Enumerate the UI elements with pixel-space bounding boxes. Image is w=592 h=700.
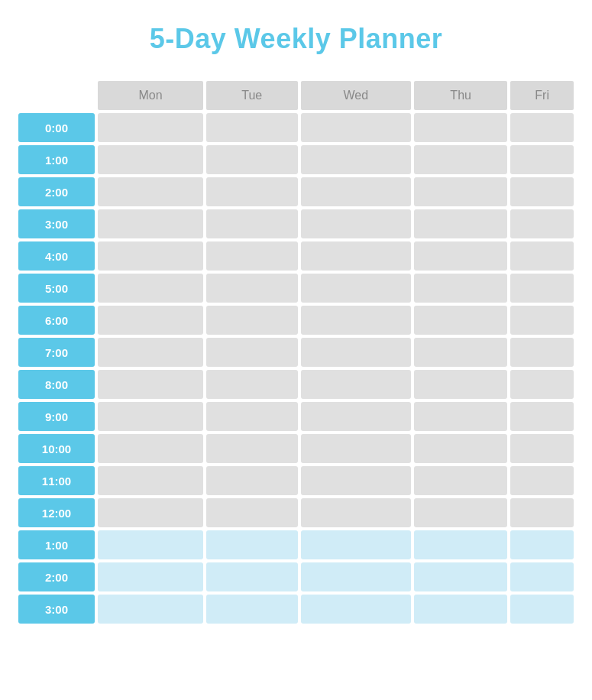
cell-row7-col4[interactable] xyxy=(510,338,574,367)
cell-row10-col3[interactable] xyxy=(414,434,507,463)
cell-row0-col2[interactable] xyxy=(301,113,412,142)
cell-row1-col1[interactable] xyxy=(206,145,298,174)
cell-row12-col1[interactable] xyxy=(206,498,298,527)
cell-row11-col1[interactable] xyxy=(206,466,298,495)
cell-row7-col3[interactable] xyxy=(414,338,507,367)
time-row: 9:00 xyxy=(18,402,574,431)
cell-row5-col1[interactable] xyxy=(206,274,298,303)
cell-row3-col4[interactable] xyxy=(510,209,574,238)
cell-row2-col2[interactable] xyxy=(301,177,412,206)
cell-row7-col2[interactable] xyxy=(301,338,412,367)
planner-table: MonTueWedThuFri 0:001:002:003:004:005:00… xyxy=(15,78,577,627)
cell-row9-col2[interactable] xyxy=(301,402,412,431)
cell-row3-col1[interactable] xyxy=(206,209,298,238)
cell-row13-col4[interactable] xyxy=(510,530,574,559)
cell-row11-col2[interactable] xyxy=(301,466,412,495)
cell-row2-col4[interactable] xyxy=(510,177,574,206)
cell-row12-col4[interactable] xyxy=(510,498,574,527)
cell-row14-col0[interactable] xyxy=(98,562,203,591)
cell-row3-col3[interactable] xyxy=(414,209,507,238)
cell-row10-col0[interactable] xyxy=(98,434,203,463)
cell-row0-col4[interactable] xyxy=(510,113,574,142)
time-label-11: 11:00 xyxy=(18,466,95,495)
cell-row15-col4[interactable] xyxy=(510,595,574,624)
cell-row2-col0[interactable] xyxy=(98,177,203,206)
cell-row4-col3[interactable] xyxy=(414,241,507,271)
cell-row13-col3[interactable] xyxy=(414,530,507,559)
cell-row8-col3[interactable] xyxy=(414,370,507,399)
time-label-7: 7:00 xyxy=(18,338,95,367)
cell-row12-col3[interactable] xyxy=(414,498,507,527)
cell-row12-col0[interactable] xyxy=(98,498,203,527)
cell-row5-col4[interactable] xyxy=(510,274,574,303)
time-label-3: 3:00 xyxy=(18,209,95,238)
cell-row6-col2[interactable] xyxy=(301,306,412,335)
cell-row14-col1[interactable] xyxy=(206,562,298,591)
cell-row11-col4[interactable] xyxy=(510,466,574,495)
cell-row1-col2[interactable] xyxy=(301,145,412,174)
cell-row5-col2[interactable] xyxy=(301,274,412,303)
cell-row6-col3[interactable] xyxy=(414,306,507,335)
cell-row15-col2[interactable] xyxy=(301,595,412,624)
cell-row3-col0[interactable] xyxy=(98,209,203,238)
cell-row10-col2[interactable] xyxy=(301,434,412,463)
cell-row8-col4[interactable] xyxy=(510,370,574,399)
cell-row13-col0[interactable] xyxy=(98,530,203,559)
cell-row9-col0[interactable] xyxy=(98,402,203,431)
time-row: 7:00 xyxy=(18,338,574,367)
cell-row14-col2[interactable] xyxy=(301,562,412,591)
cell-row4-col4[interactable] xyxy=(510,241,574,271)
cell-row2-col3[interactable] xyxy=(414,177,507,206)
cell-row14-col3[interactable] xyxy=(414,562,507,591)
time-row: 11:00 xyxy=(18,466,574,495)
cell-row8-col2[interactable] xyxy=(301,370,412,399)
day-header-thu: Thu xyxy=(414,81,507,110)
cell-row5-col0[interactable] xyxy=(98,274,203,303)
cell-row15-col3[interactable] xyxy=(414,595,507,624)
cell-row11-col0[interactable] xyxy=(98,466,203,495)
time-row: 6:00 xyxy=(18,306,574,335)
day-header-wed: Wed xyxy=(301,81,412,110)
cell-row8-col1[interactable] xyxy=(206,370,298,399)
cell-row13-col2[interactable] xyxy=(301,530,412,559)
cell-row6-col0[interactable] xyxy=(98,306,203,335)
time-row: 4:00 xyxy=(18,241,574,271)
time-header xyxy=(18,81,95,110)
cell-row1-col3[interactable] xyxy=(414,145,507,174)
cell-row0-col0[interactable] xyxy=(98,113,203,142)
cell-row10-col4[interactable] xyxy=(510,434,574,463)
cell-row0-col3[interactable] xyxy=(414,113,507,142)
cell-row12-col2[interactable] xyxy=(301,498,412,527)
cell-row1-col4[interactable] xyxy=(510,145,574,174)
cell-row9-col4[interactable] xyxy=(510,402,574,431)
cell-row8-col0[interactable] xyxy=(98,370,203,399)
cell-row6-col1[interactable] xyxy=(206,306,298,335)
cell-row0-col1[interactable] xyxy=(206,113,298,142)
time-row: 2:00 xyxy=(18,177,574,206)
cell-row7-col0[interactable] xyxy=(98,338,203,367)
cell-row10-col1[interactable] xyxy=(206,434,298,463)
time-label-2: 2:00 xyxy=(18,177,95,206)
cell-row7-col1[interactable] xyxy=(206,338,298,367)
page-container: 5-Day Weekly Planner MonTueWedThuFri 0:0… xyxy=(0,0,592,650)
time-label-5: 5:00 xyxy=(18,274,95,303)
cell-row15-col0[interactable] xyxy=(98,595,203,624)
time-label-4: 4:00 xyxy=(18,241,95,271)
cell-row11-col3[interactable] xyxy=(414,466,507,495)
cell-row14-col4[interactable] xyxy=(510,562,574,591)
cell-row9-col3[interactable] xyxy=(414,402,507,431)
cell-row13-col1[interactable] xyxy=(206,530,298,559)
cell-row1-col0[interactable] xyxy=(98,145,203,174)
cell-row4-col0[interactable] xyxy=(98,241,203,271)
time-row: 8:00 xyxy=(18,370,574,399)
cell-row9-col1[interactable] xyxy=(206,402,298,431)
cell-row3-col2[interactable] xyxy=(301,209,412,238)
cell-row6-col4[interactable] xyxy=(510,306,574,335)
cell-row4-col2[interactable] xyxy=(301,241,412,271)
cell-row2-col1[interactable] xyxy=(206,177,298,206)
time-label-9: 9:00 xyxy=(18,402,95,431)
cell-row15-col1[interactable] xyxy=(206,595,298,624)
time-label-1: 1:00 xyxy=(18,145,95,174)
cell-row5-col3[interactable] xyxy=(414,274,507,303)
cell-row4-col1[interactable] xyxy=(206,241,298,271)
